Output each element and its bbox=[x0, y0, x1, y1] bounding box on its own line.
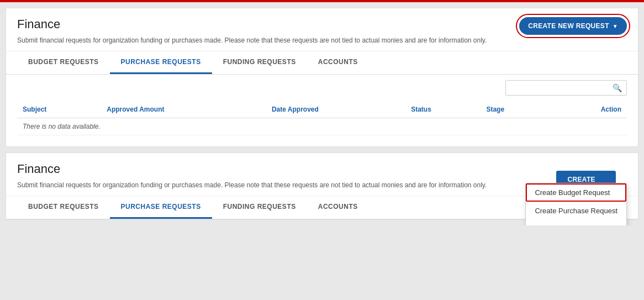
create-new-request-button[interactable]: CREATE NEW REQUEST ▼ bbox=[519, 17, 627, 35]
table-section-1: 🔍 Subject Approved Amount Date Approved … bbox=[6, 75, 638, 146]
tab-budget-requests[interactable]: BUDGET REQUESTS bbox=[17, 51, 110, 74]
tab-purchase-requests-2[interactable]: PURCHASE REQUESTS bbox=[110, 196, 212, 219]
dropdown-item-create-purchase[interactable]: Create Purchase Request bbox=[526, 202, 626, 220]
data-table-1: Subject Approved Amount Date Approved St… bbox=[17, 101, 627, 135]
col-subject: Subject bbox=[17, 101, 101, 118]
dropdown-menu: Create Budget Request Create Purchase Re… bbox=[525, 183, 627, 225]
no-data-message: There is no data available. bbox=[17, 118, 627, 135]
search-icon: 🔍 bbox=[613, 83, 622, 92]
tab-accounts-2[interactable]: ACCOUNTS bbox=[307, 196, 369, 219]
search-row: 🔍 bbox=[17, 80, 627, 96]
col-stage: Stage bbox=[481, 101, 551, 118]
panel-2-subtitle: Submit financial requests for organizati… bbox=[17, 181, 514, 190]
top-bar bbox=[0, 0, 644, 2]
search-box: 🔍 bbox=[505, 80, 627, 96]
col-date-approved: Date Approved bbox=[266, 101, 405, 118]
panel-2: Finance Submit financial requests for or… bbox=[6, 152, 638, 220]
table-row-no-data: There is no data available. bbox=[17, 118, 627, 135]
tabs-bar-1: BUDGET REQUESTS PURCHASE REQUESTS FUNDIN… bbox=[6, 51, 638, 75]
col-status: Status bbox=[405, 101, 481, 118]
create-btn-label: CREATE NEW REQUEST bbox=[528, 22, 609, 30]
tab-budget-requests-2[interactable]: BUDGET REQUESTS bbox=[17, 196, 110, 219]
table-header-row: Subject Approved Amount Date Approved St… bbox=[17, 101, 627, 118]
search-input[interactable] bbox=[510, 84, 613, 92]
table-body-1: There is no data available. bbox=[17, 118, 627, 135]
table-header-1: Subject Approved Amount Date Approved St… bbox=[17, 101, 627, 118]
panel-1: Finance Submit financial requests for or… bbox=[6, 8, 638, 147]
panel-2-title: Finance bbox=[17, 162, 627, 176]
panel-1-header: Finance Submit financial requests for or… bbox=[6, 8, 638, 51]
dropdown-item-create-funding[interactable]: Create Funding Request bbox=[526, 220, 626, 225]
tab-funding-requests-2[interactable]: FUNDING REQUESTS bbox=[212, 196, 307, 219]
tab-funding-requests[interactable]: FUNDING REQUESTS bbox=[212, 51, 307, 74]
dropdown-item-create-budget[interactable]: Create Budget Request bbox=[526, 183, 626, 202]
col-approved-amount: Approved Amount bbox=[101, 101, 266, 118]
tab-purchase-requests[interactable]: PURCHASE REQUESTS bbox=[110, 51, 212, 74]
chevron-down-icon: ▼ bbox=[613, 23, 618, 29]
tab-accounts[interactable]: ACCOUNTS bbox=[307, 51, 369, 74]
panel-1-subtitle: Submit financial requests for organizati… bbox=[17, 36, 514, 45]
panel-2-header: Finance Submit financial requests for or… bbox=[6, 153, 638, 196]
col-action: Action bbox=[551, 101, 627, 118]
